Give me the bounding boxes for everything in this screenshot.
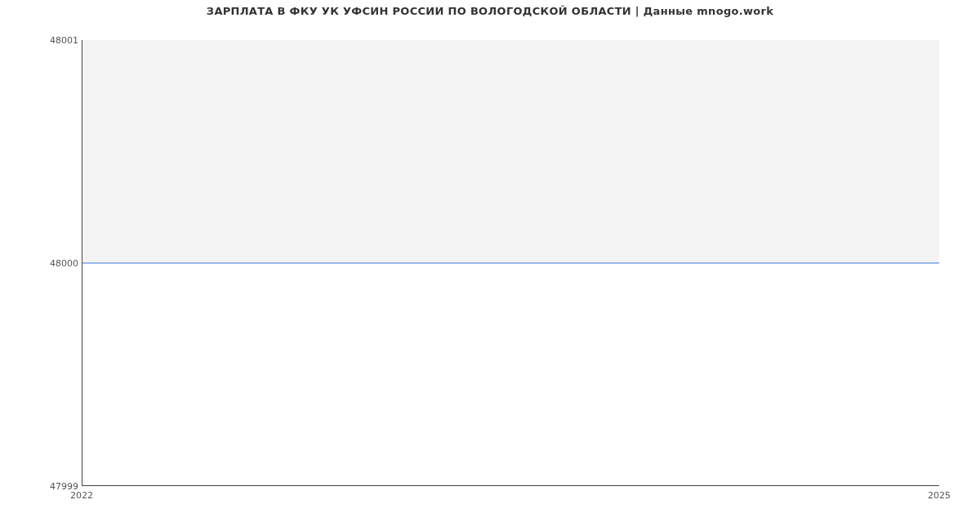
y-tick-label: 48000	[50, 258, 78, 269]
x-tick-label: 2022	[70, 490, 93, 501]
plot-band-upper	[82, 40, 939, 263]
plot-area	[82, 40, 939, 486]
x-tick-label: 2025	[928, 490, 951, 501]
y-tick-label: 48001	[50, 35, 78, 46]
chart-title: ЗАРПЛАТА В ФКУ УК УФСИН РОССИИ ПО ВОЛОГО…	[0, 5, 980, 17]
data-series-line	[82, 262, 939, 263]
salary-chart: ЗАРПЛАТА В ФКУ УК УФСИН РОССИИ ПО ВОЛОГО…	[0, 0, 980, 531]
